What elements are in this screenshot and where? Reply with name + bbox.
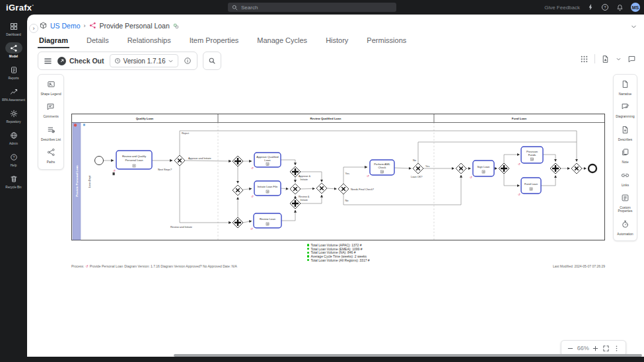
export-document-icon[interactable] [601,55,610,63]
comments-icon [46,102,55,114]
sidebar-item-repository[interactable]: Repository [0,108,27,124]
tab-item-properties[interactable]: Item Properties [188,34,240,48]
sidebar-item-label: Help [11,164,17,167]
label-no-2: No [413,159,416,162]
menu-hamburger-icon[interactable] [44,57,52,65]
last-modified-text: Last Modified: 2024-05-07 07:26:29 [553,264,605,268]
shape-legend-button[interactable]: Shape Legend [40,79,61,96]
zoom-out-button[interactable] [567,345,574,352]
custom-properties-button[interactable]: Custom Properties [615,193,635,213]
svg-text:?: ? [604,5,606,9]
narrative-icon [621,79,629,91]
label-review-and-initiate: Review and Initiate [170,225,192,229]
sidebar-item-reports[interactable]: Reports [0,64,27,80]
svg-text:Fund Loan: Fund Loan [524,182,538,186]
task-initiate-loan-file[interactable]: Initiate Loan File ↺ [251,181,281,198]
igrafx-app: iGrafx° Search Give Feedback ? MS Dashbo… [0,0,644,362]
label-no-1: No [345,199,349,202]
zoom-in-button[interactable] [592,345,599,352]
version-dropdown[interactable]: Version 1.7.16 [110,54,179,67]
diagram-legend: Total Loan Volume (APAC): 1372 # Total L… [307,243,370,262]
automation-button[interactable]: Automation [617,219,633,236]
check-out-button[interactable]: Check Out [57,57,104,65]
task-refresh-badge: ↺ [250,227,253,231]
task-review-loan[interactable]: Review Loan ↺ [250,213,281,231]
start-event[interactable] [95,157,104,165]
more-options-kebab-icon[interactable] [613,345,620,352]
panel-item-label: Describes [618,138,632,141]
tab-manage-cycles[interactable]: Manage Cycles [256,34,308,48]
diagramming-button[interactable]: Diagramming [616,102,635,118]
version-clock-icon [114,55,121,67]
comments-button[interactable]: Comments [43,102,58,118]
user-avatar[interactable]: MS [631,3,640,12]
tab-details[interactable]: Details [85,34,110,48]
label-needs-final-check: Needs Final Check? [351,188,375,191]
help-icon[interactable]: ? [601,3,609,11]
note-icon [621,147,629,159]
links-icon [621,170,629,182]
tab-diagram[interactable]: Diagram [38,34,69,48]
give-feedback-link[interactable]: Give Feedback [544,5,580,11]
sidebar-item-label: Model [9,55,18,58]
note-button[interactable]: Note [621,147,629,164]
sidebar-nav: Dashboard Model Reports RPA Assessment R… [0,15,27,362]
task-refresh-badge: ↺ [251,195,254,198]
export-chevron-icon[interactable] [616,56,622,62]
describes-button[interactable]: Describes [618,125,632,141]
sidebar-item-admin[interactable]: Admin [0,129,27,145]
grid-view-icon[interactable] [580,55,589,63]
task-approve-qualified-loan[interactable]: Approve Qualified Loan ↺ [251,153,281,170]
legend-dot [307,255,309,257]
horizontal-scrollbar[interactable] [174,354,642,357]
comment-bubble-icon[interactable] [627,55,636,63]
notifications-bell-icon[interactable] [616,4,624,11]
breadcrumb-root-link[interactable]: US Demo [50,22,81,30]
sidebar-item-model[interactable]: Model [0,42,27,58]
breadcrumb-current: Provide Personal Loan [100,22,170,30]
end-event[interactable] [589,164,596,172]
fit-to-screen-button[interactable] [602,345,610,352]
chevron-down-icon[interactable] [630,21,637,33]
diagram-search-button[interactable] [203,52,221,70]
paths-button[interactable]: Paths [47,147,55,164]
collapse-panel-button[interactable]: › [29,24,38,33]
sidebar-item-recycle-bin[interactable]: Recycle Bin [0,173,27,189]
sidebar-item-dashboard[interactable]: Dashboard [0,20,27,36]
diagram-type-icon [173,20,179,32]
phase-label-fund-loan: Fund Loan [512,117,527,120]
toolbar-group: Check Out Version 1.7.16 [38,52,197,70]
sidebar-item-help[interactable]: ? Help [0,151,27,167]
task-provision-funds[interactable]: Provision Funds ↺ [518,147,543,166]
version-info-icon[interactable] [184,57,192,65]
main-content: › US Demo › Provide Personal Loan Diagra… [27,15,644,357]
global-search-input[interactable]: Search [228,3,396,12]
describes-list-button[interactable]: Describes List [41,125,61,141]
tab-history[interactable]: History [324,34,349,48]
svg-text:Initiate Loan File: Initiate Loan File [258,185,278,188]
diagram-toolbar: Check Out Version 1.7.16 [38,52,221,70]
sidebar-item-rpa-assessment[interactable]: RPA Assessment [0,86,27,102]
custom-properties-icon [621,193,629,205]
label-loan-ok: Loan OK? [411,175,423,178]
label-reject: Reject [182,131,190,135]
label-yes-1: Yes [345,172,349,175]
panel-item-label: Automation [617,233,633,236]
repository-gear-icon [5,108,22,119]
legend-dot [307,244,309,246]
panel-item-label: Shape Legend [40,92,61,96]
tab-relationships[interactable]: Relationships [126,34,172,48]
lightning-icon[interactable] [587,4,594,11]
sidebar-item-label: RPA Assessment [2,98,25,102]
process-share-icon [89,20,96,32]
bpmn-diagram-canvas[interactable]: Qualify Loan Review Qualified Loan Fund … [71,114,605,240]
topbar: iGrafx° Search Give Feedback ? MS [0,0,644,15]
tab-permissions[interactable]: Permissions [365,34,408,48]
svg-text:Funds: Funds [528,153,536,157]
panel-item-label: Paths [47,161,55,164]
narrative-button[interactable]: Narrative [619,79,631,96]
links-button[interactable]: Links [621,170,629,187]
legend-dot [307,248,309,250]
svg-text:Loan: Loan [264,159,271,162]
task-perform-aml-check[interactable]: Perform AML Check ↺ [367,160,394,178]
